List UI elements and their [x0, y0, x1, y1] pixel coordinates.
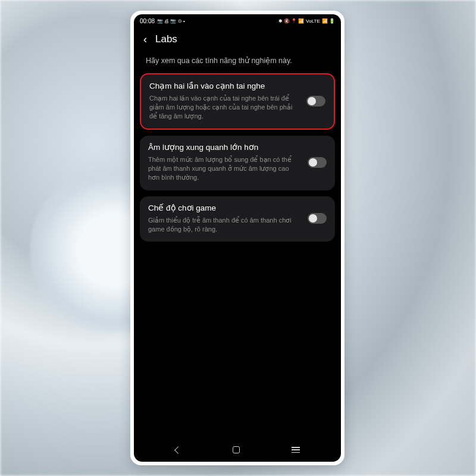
toggle-knob: [308, 97, 316, 105]
page-title: Labs: [155, 33, 177, 45]
android-nav-bar: [134, 441, 341, 458]
setting-title: Chế độ chơi game: [148, 203, 302, 214]
phone-screen: 00:08 📷 🖨 📷 ⊙ • ✱ 🔇 📍 📶 VoLTE 📶 🔋 ‹ Labs…: [134, 14, 341, 462]
nav-home-button[interactable]: [233, 446, 240, 453]
nav-back-button[interactable]: [174, 446, 182, 454]
toggle-knob: [309, 214, 317, 223]
status-time: 00:08: [140, 18, 155, 24]
status-volte: VoLTE: [306, 18, 320, 24]
status-icon: 📷 🖨 📷 ⊙ •: [157, 18, 185, 24]
setting-description: Chạm hai lần vào cạnh của tai nghe bên t…: [149, 94, 300, 121]
page-header: ‹ Labs: [134, 27, 341, 50]
setting-description: Giảm thiểu độ trễ âm thanh để có âm than…: [148, 216, 302, 234]
status-bar: 00:08 📷 🖨 📷 ⊙ • ✱ 🔇 📍 📶 VoLTE 📶 🔋: [134, 14, 341, 27]
toggle-knob: [309, 158, 317, 167]
setting-louder-ambient[interactable]: Âm lượng xung quanh lớn hơn Thêm một mức…: [140, 136, 335, 190]
setting-title: Âm lượng xung quanh lớn hơn: [148, 143, 302, 153]
setting-title: Chạm hai lần vào cạnh tai nghe: [149, 82, 300, 92]
toggle-switch[interactable]: [308, 157, 327, 168]
setting-game-mode[interactable]: Chế độ chơi game Giảm thiểu độ trễ âm th…: [140, 196, 335, 242]
settings-list: Chạm hai lần vào cạnh tai nghe Chạm hai …: [134, 73, 341, 242]
setting-double-tap-edge[interactable]: Chạm hai lần vào cạnh tai nghe Chạm hai …: [140, 73, 335, 130]
status-icon: ✱ 🔇 📍 📶: [278, 18, 305, 24]
phone-frame: 00:08 📷 🖨 📷 ⊙ • ✱ 🔇 📍 📶 VoLTE 📶 🔋 ‹ Labs…: [130, 11, 345, 465]
signal-icon: 📶 🔋: [322, 18, 335, 24]
setting-description: Thêm một mức âm lượng bổ sung để bạn có …: [148, 155, 302, 182]
nav-recent-button[interactable]: [292, 447, 300, 453]
back-button[interactable]: ‹: [143, 34, 147, 45]
toggle-switch[interactable]: [306, 96, 325, 107]
page-subtitle: Hãy xem qua các tính năng thử nghiệm này…: [134, 50, 341, 73]
toggle-switch[interactable]: [308, 213, 327, 224]
